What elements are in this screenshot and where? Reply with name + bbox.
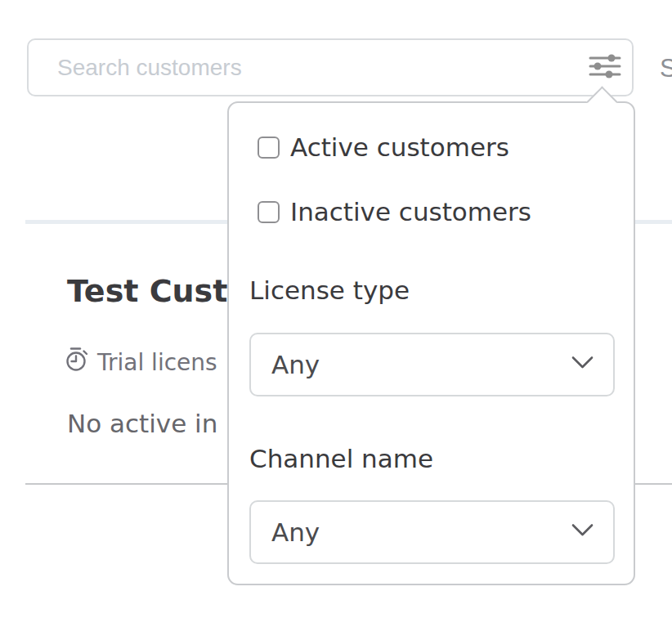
filter-option-inactive-customers[interactable]: Inactive customers [258,197,531,226]
license-type-label: License type [249,275,410,305]
sliders-icon [589,52,621,83]
stopwatch-icon [65,346,89,378]
filter-button[interactable] [587,52,623,84]
checkbox-label[interactable]: Inactive customers [290,197,531,226]
channel-name-select[interactable]: Any [249,500,615,564]
search-box [27,38,634,96]
active-customers-checkbox[interactable] [258,137,280,159]
checkbox-label[interactable]: Active customers [290,132,509,162]
search-input[interactable] [29,40,632,95]
channel-name-label: Channel name [249,444,433,473]
license-type-select[interactable]: Any [249,333,615,396]
chevron-down-icon [571,524,594,541]
customer-status-text: No active in [67,409,217,438]
license-row: Trial licens [65,346,217,378]
filter-popover: Active customers Inactive customers Lice… [227,101,635,585]
sort-label-partial[interactable]: S [660,54,672,83]
customer-name-heading: Test Cust [67,273,227,309]
inactive-customers-checkbox[interactable] [258,201,280,223]
license-type-text: Trial licens [97,349,217,376]
select-value: Any [271,350,320,379]
select-value: Any [271,517,320,547]
chevron-down-icon [571,356,594,374]
filter-option-active-customers[interactable]: Active customers [258,132,509,162]
